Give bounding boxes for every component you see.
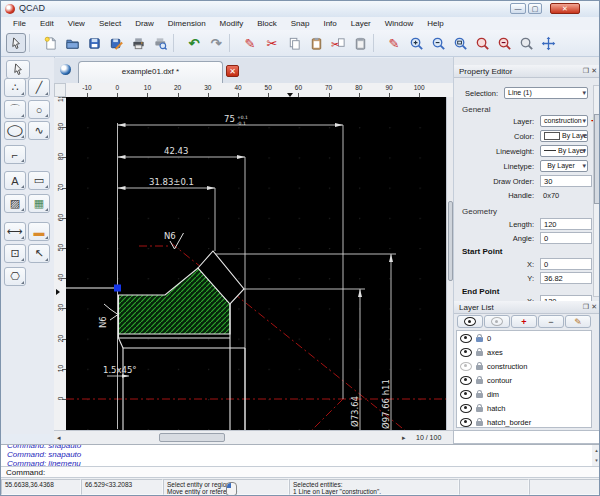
layer-hidden-eye-icon[interactable] xyxy=(460,362,472,371)
pan-button[interactable] xyxy=(538,33,558,53)
selection-combobox[interactable]: Line (1) xyxy=(504,87,588,99)
close-button[interactable]: ✕ xyxy=(550,3,580,14)
layer-lock-icon[interactable] xyxy=(476,337,483,342)
menu-draw[interactable]: Draw xyxy=(129,18,160,29)
undo-button[interactable]: ↶ xyxy=(184,33,204,53)
menu-snap[interactable]: Snap xyxy=(285,18,316,29)
property-editor-scrollbar[interactable] xyxy=(593,85,600,297)
horizontal-scrollbar-thumb[interactable] xyxy=(159,433,225,442)
layer-row-hatch_border[interactable]: hatch_border xyxy=(457,415,591,428)
block-tool-button[interactable]: ⊡ xyxy=(4,244,26,263)
layer-lock-icon[interactable] xyxy=(476,379,483,384)
menu-layer[interactable]: Layer xyxy=(345,18,377,29)
menu-block[interactable]: Block xyxy=(251,18,283,29)
draw-pen-button[interactable]: ✎ xyxy=(384,33,404,53)
hatch-tool-button[interactable]: ▨ xyxy=(4,194,26,213)
length-input[interactable]: 120 xyxy=(540,218,592,230)
menu-view[interactable]: View xyxy=(62,18,91,29)
command-history[interactable]: Command: snapautoCommand: snapautoComman… xyxy=(1,444,600,467)
line-tool-button[interactable]: ╱ xyxy=(28,78,50,97)
float-panel-icon[interactable]: ❐ xyxy=(583,303,591,310)
start-x-input[interactable]: 0 xyxy=(540,258,592,270)
add-layer-button[interactable]: + xyxy=(511,315,537,328)
palette-select-button[interactable] xyxy=(6,60,30,79)
cut-button[interactable]: ✂ xyxy=(262,33,282,53)
dimension-tool-button[interactable]: ⟷ xyxy=(4,222,26,241)
layer-visible-eye-icon[interactable] xyxy=(460,334,472,343)
close-panel-icon[interactable]: ✕ xyxy=(591,67,599,74)
spline-tool-button[interactable]: ∿ xyxy=(28,121,50,140)
open-file-button[interactable] xyxy=(62,33,82,53)
linetype-combobox[interactable]: By Layer xyxy=(540,160,588,172)
lineweight-tool-button[interactable]: ▬ xyxy=(28,222,50,241)
selection-handle[interactable] xyxy=(114,285,121,292)
close-panel-icon[interactable]: ✕ xyxy=(591,303,599,310)
layer-lock-icon[interactable] xyxy=(476,393,483,398)
menu-modify[interactable]: Modify xyxy=(214,18,250,29)
select-button[interactable] xyxy=(6,33,26,53)
save-as-button[interactable] xyxy=(106,33,126,53)
zoom-auto-button[interactable] xyxy=(472,33,492,53)
layer-visible-eye-icon[interactable] xyxy=(460,376,472,385)
show-all-layers-button[interactable] xyxy=(457,315,483,328)
polyline-tool-button[interactable]: ⌐ xyxy=(4,145,26,164)
print-button[interactable] xyxy=(128,33,148,53)
menu-help[interactable]: Help xyxy=(421,18,449,29)
layer-lock-icon[interactable] xyxy=(476,407,483,412)
menu-file[interactable]: File xyxy=(7,18,32,29)
shape-tool-button[interactable]: ▭ xyxy=(28,171,50,190)
command-prompt-row[interactable]: Command: xyxy=(1,467,600,478)
horizontal-scrollbar[interactable]: ◂ ▸ 10 / 100 xyxy=(54,430,453,444)
scroll-left-arrow-icon[interactable]: ◂ xyxy=(57,434,61,442)
layer-lock-icon[interactable] xyxy=(476,365,483,370)
edit-layer-button[interactable]: ✎ xyxy=(565,315,591,328)
layer-visible-eye-icon[interactable] xyxy=(460,348,472,357)
text-tool-button[interactable]: A xyxy=(4,171,26,190)
layer-row-construction[interactable]: construction xyxy=(457,359,591,373)
zoom-window-button[interactable] xyxy=(450,33,470,53)
solid-tool-button[interactable]: ⎔ xyxy=(4,267,26,286)
layer-row-axes[interactable]: axes xyxy=(457,345,591,359)
tab-close-icon[interactable]: ✕ xyxy=(226,65,239,77)
hide-all-layers-button[interactable] xyxy=(484,315,510,328)
property-editor-scrollbar-thumb[interactable] xyxy=(594,114,600,204)
drawing-canvas[interactable]: 75 +0.1 -0.1 42.43 31.83±0.1 1.5x45° N6 … xyxy=(66,97,446,430)
layer-row-hatch[interactable]: hatch xyxy=(457,401,591,415)
draw-order-input[interactable]: 30 xyxy=(540,175,592,187)
paste-with-reference-button[interactable] xyxy=(350,33,370,53)
print-preview-button[interactable] xyxy=(150,33,170,53)
minimize-button[interactable]: — xyxy=(510,3,526,14)
scroll-right-arrow-icon[interactable]: ▸ xyxy=(402,434,406,442)
document-tab[interactable]: example01.dxf * xyxy=(78,61,223,83)
zoom-redraw-button[interactable] xyxy=(516,33,536,53)
maximize-button[interactable]: ▢ xyxy=(528,3,542,14)
zoom-previous-button[interactable] xyxy=(494,33,514,53)
redo-button[interactable]: ↷ xyxy=(206,33,226,53)
zoom-out-button[interactable] xyxy=(428,33,448,53)
ellipse-tool-button[interactable]: ◯ xyxy=(4,121,26,140)
vertical-scrollbar[interactable] xyxy=(446,97,453,430)
modify-tool-button[interactable]: ↖ xyxy=(28,244,50,263)
layer-lock-icon[interactable] xyxy=(476,351,483,356)
angle-input[interactable]: 0 xyxy=(540,232,592,244)
zoom-in-button[interactable] xyxy=(406,33,426,53)
layer-lock-icon[interactable] xyxy=(476,421,483,426)
cut-with-reference-button[interactable]: ✂ xyxy=(328,33,348,53)
layer-row-dim[interactable]: dim xyxy=(457,387,591,401)
menu-edit[interactable]: Edit xyxy=(34,18,60,29)
pen-edit-button[interactable]: ✎ xyxy=(240,33,260,53)
point-tool-button[interactable]: ∴ xyxy=(4,78,26,97)
remove-layer-button[interactable]: − xyxy=(538,315,564,328)
menu-dimension[interactable]: Dimension xyxy=(162,18,212,29)
float-panel-icon[interactable]: ❐ xyxy=(583,67,591,74)
layer-visible-eye-icon[interactable] xyxy=(460,404,472,413)
color-combobox[interactable]: By Layer xyxy=(540,130,588,142)
menu-info[interactable]: Info xyxy=(317,18,342,29)
circle-tool-button[interactable]: ○ xyxy=(28,100,50,119)
layer-row-0[interactable]: 0 xyxy=(457,331,591,345)
lineweight-combobox[interactable]: By Layer xyxy=(540,145,588,157)
layer-visible-eye-icon[interactable] xyxy=(460,390,472,399)
history-scrollbar[interactable]: ▴▾ xyxy=(592,445,600,466)
start-y-input[interactable]: 36.82 xyxy=(540,272,592,284)
layer-combobox[interactable]: construction xyxy=(540,115,588,127)
